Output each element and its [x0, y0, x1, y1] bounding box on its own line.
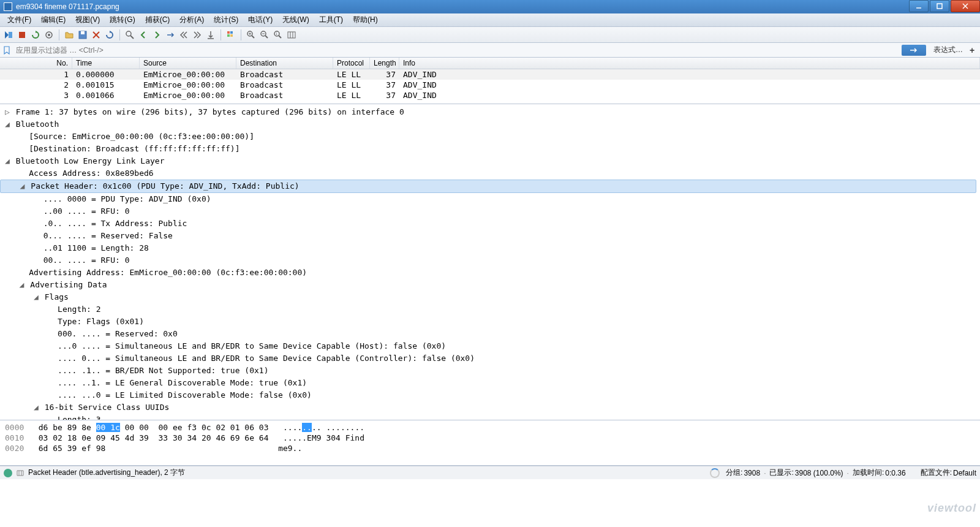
menu-analyze[interactable]: 分析(A): [175, 13, 209, 27]
menu-go[interactable]: 跳转(G): [105, 13, 140, 27]
stop-capture-icon[interactable]: [16, 29, 28, 41]
tree-item[interactable]: ..01 1100 = Length: 28: [0, 242, 980, 254]
tree-frame[interactable]: ▷ Frame 1: 37 bytes on wire (296 bits), …: [0, 106, 980, 118]
status-displayed-value: 3908 (100.0%): [795, 469, 843, 477]
menu-help[interactable]: 帮助(H): [348, 13, 383, 27]
restart-capture-icon[interactable]: [29, 29, 42, 41]
go-last-icon[interactable]: [191, 29, 203, 41]
tree-item[interactable]: .0.. .... = Tx Address: Public: [0, 218, 980, 230]
packet-list-header: No. Time Source Destination Protocol Len…: [0, 58, 980, 69]
go-first-icon[interactable]: [178, 29, 190, 41]
col-length[interactable]: Length: [370, 58, 399, 69]
display-filter-input[interactable]: [13, 44, 902, 56]
tree-item[interactable]: .... 0000 = PDU Type: ADV_IND (0x0): [0, 193, 980, 205]
capture-options-icon[interactable]: [43, 29, 55, 41]
packet-list-pane[interactable]: No. Time Source Destination Protocol Len…: [0, 58, 980, 104]
go-forward-icon[interactable]: [151, 29, 163, 41]
zoom-reset-icon[interactable]: 1: [272, 29, 284, 41]
tree-item[interactable]: Advertising Address: EmMicroe_00:00:00 (…: [0, 267, 980, 279]
tree-item[interactable]: 00.. .... = RFU: 0: [0, 254, 980, 267]
packet-bytes-pane[interactable]: 0000 d6 be 89 8e 00 1c 00 00 00 ee f3 0c…: [0, 420, 980, 466]
tree-flags[interactable]: ◢ Flags: [0, 291, 980, 303]
tree-uuids[interactable]: ◢ 16-bit Service Class UUIDs: [0, 401, 980, 414]
menu-tools[interactable]: 工具(T): [314, 13, 348, 27]
menu-view[interactable]: 视图(V): [70, 13, 105, 27]
filter-bookmark-icon[interactable]: [2, 46, 11, 55]
tree-item[interactable]: Type: Flags (0x01): [0, 316, 980, 328]
collapse-icon[interactable]: ◢: [5, 156, 11, 167]
hex-row[interactable]: 0010 03 02 18 0e 09 45 4d 39 33 30 34 20…: [5, 433, 975, 443]
maximize-button[interactable]: [930, 0, 949, 12]
minimize-button[interactable]: [909, 0, 929, 12]
app-icon: [4, 2, 12, 11]
hex-row[interactable]: 0000 d6 be 89 8e 00 1c 00 00 00 ee f3 0c…: [5, 422, 975, 433]
collapse-icon[interactable]: ◢: [19, 279, 25, 290]
svg-line-22: [252, 36, 254, 38]
col-protocol[interactable]: Protocol: [333, 58, 370, 69]
tree-item[interactable]: .... ...0 = LE Limited Discoverable Mode…: [0, 389, 980, 401]
resize-columns-icon[interactable]: [285, 29, 298, 41]
menu-statistics[interactable]: 统计(S): [209, 13, 243, 27]
save-file-icon[interactable]: [77, 29, 89, 41]
tree-item[interactable]: 000. .... = Reserved: 0x0: [0, 328, 980, 340]
svg-rect-16: [230, 31, 233, 34]
expert-info-icon[interactable]: [4, 469, 12, 477]
filter-apply-button[interactable]: [902, 45, 926, 56]
expand-icon[interactable]: ▷: [5, 107, 11, 118]
packet-row[interactable]: 2 0.001015 EmMicroe_00:00:00 Broadcast L…: [0, 80, 980, 90]
tree-item[interactable]: .... .1.. = BR/EDR Not Supported: true (…: [0, 365, 980, 377]
zoom-out-icon[interactable]: [258, 29, 271, 41]
collapse-icon[interactable]: ◢: [20, 181, 26, 192]
collapse-icon[interactable]: ◢: [34, 402, 40, 413]
tree-item[interactable]: Length: 2: [0, 303, 980, 316]
col-no[interactable]: No.: [0, 58, 72, 69]
collapse-icon[interactable]: ◢: [5, 119, 11, 130]
filter-add-button[interactable]: +: [967, 45, 978, 55]
tree-item[interactable]: ...0 .... = Simultaneous LE and BR/EDR t…: [0, 340, 980, 352]
window-controls: [908, 0, 980, 13]
tree-item[interactable]: [Source: EmMicroe_00:00:00 (0c:f3:ee:00:…: [0, 131, 980, 143]
auto-scroll-icon[interactable]: [205, 29, 217, 41]
tree-item[interactable]: .... 0... = Simultaneous LE and BR/EDR t…: [0, 352, 980, 365]
hex-row[interactable]: 0020 6d 65 39 ef 98 me9..: [5, 443, 975, 453]
col-info[interactable]: Info: [399, 58, 980, 69]
col-time[interactable]: Time: [72, 58, 140, 69]
start-capture-icon[interactable]: [2, 29, 15, 41]
svg-rect-5: [19, 32, 25, 38]
menu-wireless[interactable]: 无线(W): [277, 13, 314, 27]
go-back-icon[interactable]: [137, 29, 149, 41]
packet-row[interactable]: 1 0.000000 EmMicroe_00:00:00 Broadcast L…: [0, 69, 980, 80]
capture-file-icon[interactable]: [16, 469, 24, 477]
svg-rect-1: [937, 4, 942, 9]
tree-item[interactable]: [Destination: Broadcast (ff:ff:ff:ff:ff:…: [0, 143, 980, 155]
menu-capture[interactable]: 捕获(C): [140, 13, 175, 27]
col-source[interactable]: Source: [140, 58, 236, 69]
find-packet-icon[interactable]: [124, 29, 136, 41]
tree-item[interactable]: Access Address: 0x8e89bed6: [0, 167, 980, 180]
menu-telephony[interactable]: 电话(Y): [243, 13, 277, 27]
packet-row[interactable]: 3 0.001066 EmMicroe_00:00:00 Broadcast L…: [0, 90, 980, 100]
tree-packet-header[interactable]: ◢ Packet Header: 0x1c00 (PDU Type: ADV_I…: [0, 180, 976, 193]
col-destination[interactable]: Destination: [236, 58, 333, 69]
tree-item[interactable]: ..00 .... = RFU: 0: [0, 205, 980, 218]
menu-file[interactable]: 文件(F): [2, 13, 36, 27]
close-button[interactable]: [951, 0, 980, 12]
tree-item[interactable]: .... ..1. = LE General Discoverable Mode…: [0, 377, 980, 389]
tree-btle[interactable]: ◢ Bluetooth Low Energy Link Layer: [0, 155, 980, 167]
tree-bluetooth[interactable]: ◢ Bluetooth: [0, 118, 980, 131]
tree-adv-data[interactable]: ◢ Advertising Data: [0, 279, 980, 291]
status-loadtime-value: 0:0.36: [885, 469, 905, 477]
tree-item[interactable]: Length: 3: [0, 414, 980, 420]
go-to-packet-icon[interactable]: [164, 29, 176, 41]
colorize-icon[interactable]: [225, 29, 237, 41]
collapse-icon[interactable]: ◢: [34, 292, 40, 303]
open-file-icon[interactable]: [63, 29, 75, 41]
packet-details-pane[interactable]: ▷ Frame 1: 37 bytes on wire (296 bits), …: [0, 104, 980, 420]
close-file-icon[interactable]: [90, 29, 102, 41]
tree-item[interactable]: 0... .... = Reserved: False: [0, 230, 980, 242]
zoom-in-icon[interactable]: [245, 29, 257, 41]
reload-icon[interactable]: [104, 29, 116, 41]
filter-expression-button[interactable]: 表达式…: [930, 45, 967, 55]
toolbar-separator: [59, 29, 59, 40]
menu-edit[interactable]: 编辑(E): [36, 13, 70, 27]
